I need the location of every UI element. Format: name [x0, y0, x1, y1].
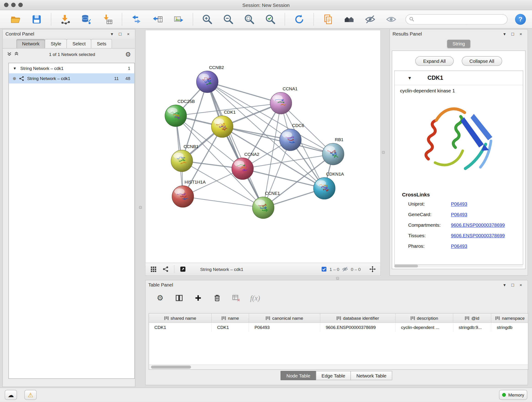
- column-header[interactable]: canonical name: [249, 313, 320, 323]
- tab-network[interactable]: Network: [16, 39, 45, 48]
- column-header[interactable]: @id: [453, 313, 491, 323]
- network-collection-row[interactable]: ▼ String Network – cdk1 1: [9, 63, 134, 73]
- table-cell[interactable]: cyclin-dependent ...: [396, 323, 453, 332]
- new-network-from-selection-button[interactable]: [130, 12, 143, 26]
- birds-eye-view-icon[interactable]: [162, 265, 169, 273]
- zoom-fit-content-button[interactable]: [243, 12, 256, 26]
- delete-column-trash-icon[interactable]: [212, 293, 222, 303]
- collapse-all-button[interactable]: Collapse All: [462, 56, 502, 66]
- panel-menu-icon[interactable]: ▾: [108, 32, 116, 36]
- tab-string[interactable]: String: [447, 40, 470, 48]
- crosslink-value-link[interactable]: P06493: [451, 199, 467, 210]
- table-options-gear-icon[interactable]: ⚙: [155, 293, 165, 303]
- function-builder-icon[interactable]: f(x): [250, 293, 260, 303]
- table-horizontal-scrollbar[interactable]: [149, 364, 528, 369]
- warnings-button[interactable]: ⚠: [25, 390, 37, 400]
- network-edge[interactable]: [207, 82, 263, 208]
- scrollbar-thumb[interactable]: [394, 265, 418, 268]
- hide-annotations-button[interactable]: [363, 12, 377, 26]
- nested-networks-button[interactable]: [342, 12, 356, 26]
- search-input[interactable]: [416, 17, 504, 22]
- selected-checkbox-icon[interactable]: [322, 266, 327, 272]
- export-image-button[interactable]: [172, 12, 185, 26]
- panel-menu-icon[interactable]: ▾: [500, 282, 509, 287]
- table-cell[interactable]: CDK1: [149, 323, 212, 332]
- zoom-selected-button[interactable]: [264, 12, 277, 26]
- table-cell[interactable]: P06493: [249, 323, 320, 332]
- crosslink-value-link[interactable]: 9606.ENSP00000378699: [451, 230, 505, 241]
- gene-expand-caret-icon[interactable]: ▼: [408, 75, 412, 80]
- table-cell[interactable]: CDK1: [212, 323, 249, 332]
- panel-float-icon[interactable]: □: [116, 32, 124, 36]
- memory-button[interactable]: Memory: [499, 390, 527, 400]
- results-horizontal-scrollbar[interactable]: [394, 265, 523, 268]
- tab-sets[interactable]: Sets: [91, 39, 112, 48]
- cloud-status-button[interactable]: ☁: [5, 390, 17, 400]
- table-cell[interactable]: stringdb:9...: [453, 323, 491, 332]
- crosslink-value-link[interactable]: P06493: [451, 210, 467, 220]
- new-table-from-network-button[interactable]: [151, 12, 164, 26]
- panel-menu-icon[interactable]: ▾: [500, 32, 509, 36]
- network-edge[interactable]: [207, 82, 281, 103]
- network-canvas[interactable]: CCNB2CCNA1CDC25BCDK1CDC6RB1CCNB1CCNA2CDK…: [146, 30, 381, 263]
- scrollbar-thumb[interactable]: [151, 366, 191, 369]
- crosslink-value-link[interactable]: 9606.ENSP00000378699: [451, 220, 505, 230]
- zoom-out-button[interactable]: [222, 12, 235, 26]
- hidden-eye-slash-icon[interactable]: [342, 266, 348, 272]
- tab-style[interactable]: Style: [45, 39, 67, 48]
- network-node-CDK1[interactable]: CDK1: [211, 110, 236, 138]
- annotation-button[interactable]: [321, 12, 335, 26]
- save-session-button[interactable]: [30, 12, 43, 26]
- show-graphics-details-button[interactable]: [385, 12, 398, 26]
- help-button[interactable]: ?: [515, 14, 526, 25]
- column-header[interactable]: name: [212, 313, 249, 323]
- create-column-plus-icon[interactable]: [193, 293, 203, 303]
- network-node-HIST1H1A[interactable]: HIST1H1A: [172, 180, 206, 207]
- network-edge[interactable]: [183, 196, 263, 208]
- import-network-from-database-button[interactable]: [80, 12, 93, 26]
- panel-float-icon[interactable]: □: [509, 282, 517, 287]
- collection-expand-caret-icon[interactable]: ▼: [13, 66, 18, 70]
- collapse-all-networks-icon[interactable]: [7, 51, 12, 57]
- import-table-from-file-button[interactable]: [101, 12, 114, 26]
- network-node-CCNB2[interactable]: CCNB2: [196, 65, 224, 93]
- panel-float-icon[interactable]: □: [509, 32, 517, 36]
- left-splitter-handle[interactable]: [139, 206, 142, 209]
- show-columns-icon[interactable]: [174, 293, 184, 303]
- network-node-CCNA1[interactable]: CCNA1: [270, 86, 298, 114]
- network-node-CDC25B[interactable]: CDC25B: [165, 99, 195, 127]
- network-row-selected[interactable]: String Network – cdk1 11 48: [9, 73, 134, 83]
- import-network-from-file-button[interactable]: [59, 12, 72, 26]
- tab-select[interactable]: Select: [67, 39, 91, 48]
- horizontal-splitter-handle[interactable]: [336, 277, 339, 280]
- tab-edge-table[interactable]: Edge Table: [316, 371, 351, 380]
- detach-view-icon[interactable]: [179, 265, 187, 273]
- column-header[interactable]: description: [396, 313, 453, 323]
- column-header[interactable]: namespace: [491, 313, 528, 323]
- open-session-button[interactable]: [9, 12, 22, 26]
- table-cell[interactable]: stringdb: [491, 323, 528, 332]
- right-splitter-handle[interactable]: [382, 151, 385, 154]
- panel-close-icon[interactable]: ×: [124, 32, 133, 36]
- column-header[interactable]: shared name: [149, 313, 212, 323]
- zoom-in-button[interactable]: [201, 12, 214, 26]
- expand-all-networks-icon[interactable]: [14, 51, 19, 57]
- crosslink-value-link[interactable]: P06493: [451, 241, 467, 251]
- toolbar-search[interactable]: [405, 14, 508, 24]
- panel-close-icon[interactable]: ×: [517, 282, 525, 287]
- apply-layout-button[interactable]: [293, 12, 306, 26]
- panel-close-icon[interactable]: ×: [517, 32, 525, 36]
- network-node-CCNB1[interactable]: CCNB1: [171, 144, 198, 172]
- table-row[interactable]: CDK1 CDK1 P06493 9606.ENSP00000378699 cy…: [149, 323, 528, 332]
- network-node-RB1[interactable]: RB1: [322, 137, 344, 165]
- table-cell[interactable]: 9606.ENSP00000378699: [320, 323, 396, 332]
- network-node-CDC6[interactable]: CDC6: [279, 123, 304, 151]
- grid-view-icon[interactable]: [150, 265, 157, 273]
- tab-node-table[interactable]: Node Table: [281, 371, 316, 380]
- column-header[interactable]: database identifier: [320, 313, 396, 323]
- delete-table-icon[interactable]: [231, 293, 241, 303]
- fit-selected-crosshair-icon[interactable]: [369, 265, 376, 273]
- network-options-gear-icon[interactable]: ⚙: [125, 51, 131, 58]
- tab-network-table[interactable]: Network Table: [351, 371, 392, 380]
- expand-all-button[interactable]: Expand All: [415, 56, 453, 66]
